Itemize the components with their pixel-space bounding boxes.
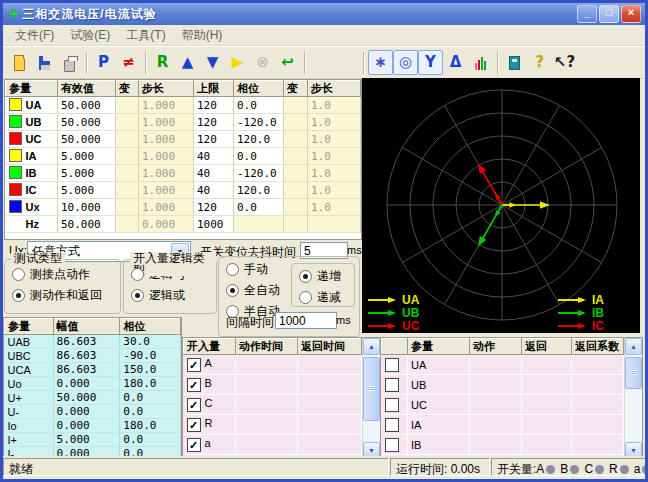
- scroll-track[interactable]: [625, 355, 642, 442]
- param-cell[interactable]: 120: [194, 114, 234, 131]
- menu-item-0[interactable]: 文件(F): [7, 25, 62, 46]
- param-cell[interactable]: 1.0: [308, 148, 361, 165]
- toolbar-button-help[interactable]: ?: [527, 50, 552, 75]
- checkbox-UB[interactable]: [385, 378, 399, 392]
- param-cell[interactable]: 50.000: [58, 114, 116, 131]
- checkbox-R[interactable]: [187, 418, 201, 432]
- checkbox-IA[interactable]: [385, 418, 399, 432]
- param-cell[interactable]: 50.000: [58, 97, 116, 114]
- param-cell[interactable]: -120.0: [234, 165, 284, 182]
- toolbar-button-parameter-p[interactable]: P: [91, 50, 116, 75]
- param-cell[interactable]: 1.0: [308, 182, 361, 199]
- scroll-up-arrow[interactable]: ▲: [363, 338, 380, 355]
- param-cell[interactable]: 1.000: [139, 131, 194, 148]
- scroll-track[interactable]: [363, 355, 380, 442]
- toolbar-button-print[interactable]: [57, 50, 82, 75]
- param-cell[interactable]: 120.0: [234, 131, 284, 148]
- toolbar-button-zoom[interactable]: [334, 50, 359, 75]
- checkbox-IB[interactable]: [385, 438, 399, 452]
- param-cell[interactable]: [116, 97, 139, 114]
- checkbox-A[interactable]: [187, 358, 201, 372]
- toolbar-button-calculator[interactable]: [502, 50, 527, 75]
- toolbar-button-context-help[interactable]: ↖?: [552, 50, 577, 75]
- toolbar-button-step-up[interactable]: ▲: [175, 50, 200, 75]
- toolbar-button-step-down[interactable]: ▼: [200, 50, 225, 75]
- param-cell[interactable]: [116, 114, 139, 131]
- param-cell[interactable]: 1.000: [139, 182, 194, 199]
- menu-item-1[interactable]: 试验(E): [62, 25, 118, 46]
- param-cell[interactable]: [284, 131, 308, 148]
- scroll-thumb[interactable]: [625, 357, 642, 389]
- param-cell[interactable]: 40: [194, 148, 234, 165]
- toolbar-button-undo[interactable]: ↩: [275, 50, 300, 75]
- radio-option-测动作和返回[interactable]: 测动作和返回: [12, 287, 113, 304]
- param-cell[interactable]: 1.000: [139, 165, 194, 182]
- radio-option-递减[interactable]: 递减: [299, 289, 347, 306]
- param-cell[interactable]: [116, 131, 139, 148]
- param-cell[interactable]: 0.0: [234, 199, 284, 216]
- param-cell[interactable]: [116, 182, 139, 199]
- param-cell[interactable]: 50.000: [58, 131, 116, 148]
- toolbar-button-stop[interactable]: ⊗: [250, 50, 275, 75]
- input-table-scrollbar[interactable]: ▲▼: [362, 338, 380, 459]
- param-cell[interactable]: 5.000: [58, 182, 116, 199]
- param-cell[interactable]: 5.000: [58, 165, 116, 182]
- param-cell[interactable]: 5.000: [58, 148, 116, 165]
- param-cell[interactable]: 1.0: [308, 199, 361, 216]
- checkbox-a[interactable]: [187, 438, 201, 452]
- scroll-thumb[interactable]: [363, 357, 380, 421]
- param-cell[interactable]: [284, 216, 308, 233]
- radio-option-逻辑或[interactable]: 逻辑或: [131, 287, 209, 304]
- param-cell[interactable]: 1.000: [139, 148, 194, 165]
- param-cell[interactable]: 120: [194, 131, 234, 148]
- checkbox-UA[interactable]: [385, 358, 399, 372]
- param-cell[interactable]: 1.000: [139, 97, 194, 114]
- param-cell[interactable]: 120.0: [234, 182, 284, 199]
- param-cell[interactable]: 1.0: [308, 97, 361, 114]
- radio-option-测接点动作[interactable]: 测接点动作: [12, 266, 113, 283]
- param-cell[interactable]: [284, 165, 308, 182]
- toolbar-button-vector-group[interactable]: [309, 50, 334, 75]
- param-cell[interactable]: [116, 165, 139, 182]
- minimize-button[interactable]: _: [577, 5, 597, 23]
- param-cell[interactable]: 10.000: [58, 199, 116, 216]
- param-cell[interactable]: 0.000: [139, 216, 194, 233]
- param-cell[interactable]: 1.000: [139, 114, 194, 131]
- param-cell[interactable]: [284, 148, 308, 165]
- checkbox-B[interactable]: [187, 378, 201, 392]
- param-cell[interactable]: [284, 199, 308, 216]
- param-cell[interactable]: [234, 216, 284, 233]
- close-button[interactable]: ×: [621, 5, 641, 23]
- param-cell[interactable]: 40: [194, 182, 234, 199]
- param-cell[interactable]: 120: [194, 199, 234, 216]
- toolbar-button-open-file[interactable]: [7, 50, 32, 75]
- param-cell[interactable]: [284, 114, 308, 131]
- checkbox-UC[interactable]: [385, 398, 399, 412]
- param-cell[interactable]: 0.0: [234, 97, 284, 114]
- toolbar-button-snowflake-toggle[interactable]: ∗: [368, 50, 393, 75]
- param-cell[interactable]: 1000: [194, 216, 234, 233]
- checkbox-C[interactable]: [187, 398, 201, 412]
- param-cell[interactable]: 1.0: [308, 165, 361, 182]
- radio-option-递增[interactable]: 递增: [299, 268, 347, 285]
- toolbar-button-wye-toggle[interactable]: Y: [418, 50, 443, 75]
- param-cell[interactable]: 1.000: [139, 199, 194, 216]
- param-cell[interactable]: [116, 199, 139, 216]
- toolbar-button-delta[interactable]: Δ: [443, 50, 468, 75]
- toolbar-button-save[interactable]: [32, 50, 57, 75]
- param-cell[interactable]: 1.0: [308, 114, 361, 131]
- interval-input[interactable]: [275, 312, 337, 329]
- toolbar-button-target-toggle[interactable]: ◎: [393, 50, 418, 75]
- menu-item-2[interactable]: 工具(T): [118, 25, 173, 46]
- param-cell[interactable]: 0.0: [234, 148, 284, 165]
- toolbar-button-start[interactable]: ▶: [225, 50, 250, 75]
- param-cell[interactable]: [284, 97, 308, 114]
- param-cell[interactable]: [284, 182, 308, 199]
- maximize-button[interactable]: □: [599, 5, 619, 23]
- param-cell[interactable]: [116, 216, 139, 233]
- action-table-scrollbar[interactable]: ▲▼: [624, 338, 642, 459]
- toolbar-button-lightning[interactable]: ≠: [116, 50, 141, 75]
- toolbar-button-reset-r[interactable]: R: [150, 50, 175, 75]
- param-cell[interactable]: [116, 148, 139, 165]
- param-cell[interactable]: 40: [194, 165, 234, 182]
